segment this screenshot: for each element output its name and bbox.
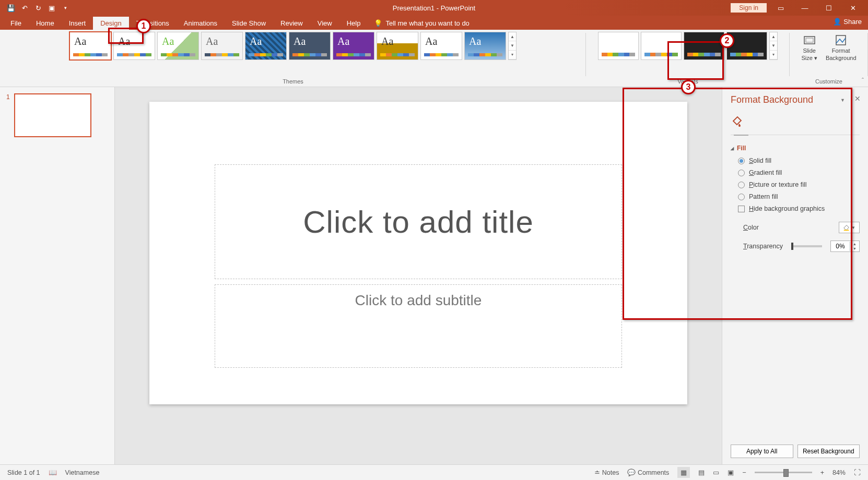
format-background-button[interactable]: Format Background	[822, 32, 861, 64]
radio-picture-fill[interactable]: Picture or texture fill	[738, 181, 860, 188]
fill-category-icon[interactable]	[731, 115, 860, 129]
theme-item[interactable]: Aa	[201, 32, 243, 60]
reset-background-button[interactable]: Reset Background	[797, 445, 860, 458]
format-background-icon	[834, 34, 848, 46]
normal-view-icon[interactable]: ▦	[677, 467, 690, 478]
slide-size-icon	[802, 34, 817, 46]
sign-in-button[interactable]: Sign in	[731, 3, 767, 13]
theme-item[interactable]: Aa	[464, 32, 506, 60]
collapse-ribbon-icon[interactable]: ˆ	[862, 77, 864, 85]
fill-section-header[interactable]: Fill	[731, 145, 860, 152]
minimize-icon[interactable]: —	[795, 4, 815, 12]
zoom-slider[interactable]	[755, 472, 812, 473]
undo-icon[interactable]: ↶	[21, 4, 28, 11]
theme-item[interactable]: Aa	[289, 32, 331, 60]
svg-rect-3	[844, 230, 849, 231]
slide-number: 1	[6, 93, 10, 137]
language-indicator[interactable]: Vietnamese	[65, 469, 100, 476]
slide-canvas-area[interactable]: Click to add title Click to add subtitle	[115, 87, 722, 464]
variant-item[interactable]	[598, 32, 639, 60]
pane-close-icon[interactable]: ✕	[854, 94, 861, 103]
zoom-in-icon[interactable]: +	[820, 469, 824, 476]
pane-options-icon[interactable]: ▼	[840, 98, 845, 103]
tab-review[interactable]: Review	[273, 17, 310, 30]
start-slideshow-icon[interactable]: ▣	[48, 4, 55, 11]
main-area: 1 Click to add title Click to add subtit…	[0, 87, 868, 464]
tab-home[interactable]: Home	[29, 17, 62, 30]
callout-3: 3	[681, 80, 696, 94]
themes-more-button[interactable]: ▲▼▾	[508, 32, 517, 60]
title-placeholder[interactable]: Click to add title	[215, 164, 622, 279]
share-button[interactable]: 👤 Share	[833, 18, 862, 26]
spin-up-icon[interactable]: ▲	[850, 242, 859, 246]
comments-button[interactable]: 💬 Comments	[627, 469, 669, 476]
tell-me-search[interactable]: 💡 Tell me what you want to do	[368, 17, 475, 30]
spin-down-icon[interactable]: ▼	[850, 246, 859, 251]
slide[interactable]: Click to add title Click to add subtitle	[149, 102, 687, 404]
variants-more-button[interactable]: ▲▼▾	[769, 32, 778, 60]
transparency-spinner[interactable]: ▲▼	[830, 241, 860, 252]
theme-item[interactable]: Aa	[245, 32, 287, 60]
transparency-slider[interactable]	[791, 245, 822, 247]
ribbon-tabs: File Home Insert Design Transitions Anim…	[0, 16, 868, 30]
qat-more-icon[interactable]: ▾	[62, 4, 69, 11]
slide-sorter-icon[interactable]: ▤	[698, 469, 705, 476]
checkbox-hide-graphics[interactable]: Hide background graphics	[738, 205, 860, 212]
ribbon: Aa Aa Aa Aa Aa Aa Aa Aa Aa Aa ▲▼▾ Themes…	[0, 30, 868, 87]
format-background-pane: Format Background ▼ ✕ Fill Solid fill Gr…	[722, 87, 868, 464]
group-themes: Aa Aa Aa Aa Aa Aa Aa Aa Aa Aa ▲▼▾ Themes	[0, 30, 586, 87]
theme-item[interactable]: Aa	[113, 32, 155, 60]
color-picker-button[interactable]: ▼	[839, 222, 860, 233]
reading-view-icon[interactable]: ▭	[713, 469, 719, 476]
tab-transitions[interactable]: Transitions	[129, 17, 177, 30]
save-icon[interactable]: 💾	[7, 4, 15, 11]
subtitle-placeholder[interactable]: Click to add subtitle	[215, 284, 622, 368]
spell-check-icon[interactable]: 📖	[49, 469, 57, 476]
transparency-input[interactable]	[831, 243, 850, 250]
theme-item[interactable]: Aa	[157, 32, 199, 60]
slide-thumbnail[interactable]	[14, 93, 91, 137]
radio-solid-fill[interactable]: Solid fill	[738, 157, 860, 164]
app-title: Presentation1 - PowerPoint	[393, 4, 475, 12]
radio-gradient-fill[interactable]: Gradient fill	[738, 169, 860, 176]
variant-item[interactable]	[684, 32, 724, 60]
zoom-out-icon[interactable]: −	[742, 469, 746, 476]
color-control: Color ▼	[743, 222, 860, 233]
theme-item[interactable]: Aa	[420, 32, 462, 60]
share-icon: 👤	[833, 18, 841, 26]
notes-button[interactable]: ≐ Notes	[594, 469, 619, 476]
close-icon[interactable]: ✕	[843, 4, 863, 12]
lightbulb-icon: 💡	[374, 19, 382, 27]
tab-view[interactable]: View	[310, 17, 339, 30]
group-label-themes: Themes	[283, 78, 303, 86]
theme-item[interactable]: Aa	[333, 32, 374, 60]
tab-design[interactable]: Design	[93, 17, 128, 30]
tab-slideshow[interactable]: Slide Show	[225, 17, 273, 30]
tab-file[interactable]: File	[3, 17, 29, 30]
slide-size-button[interactable]: Slide Size ▾	[797, 32, 821, 64]
tab-insert[interactable]: Insert	[62, 17, 93, 30]
theme-office[interactable]: Aa	[69, 32, 111, 60]
slide-thumbnail-panel: 1	[0, 87, 115, 464]
dropdown-arrow-icon: ▼	[851, 225, 855, 230]
fit-to-window-icon[interactable]: ⛶	[854, 469, 861, 476]
tab-animations[interactable]: Animations	[177, 17, 225, 30]
theme-item[interactable]: Aa	[377, 32, 418, 60]
quick-access-toolbar: 💾 ↶ ↻ ▣ ▾	[0, 4, 69, 11]
tell-me-label: Tell me what you want to do	[385, 19, 469, 27]
callout-2: 2	[720, 33, 734, 48]
zoom-level[interactable]: 84%	[832, 469, 846, 476]
slideshow-view-icon[interactable]: ▣	[728, 469, 734, 476]
group-customize: Slide Size ▾ Format Background Customize	[790, 30, 868, 87]
maximize-icon[interactable]: ☐	[819, 4, 839, 12]
ribbon-display-icon[interactable]: ▭	[771, 4, 791, 12]
redo-icon[interactable]: ↻	[34, 4, 42, 11]
apply-to-all-button[interactable]: Apply to All	[731, 445, 793, 458]
variant-item[interactable]	[641, 32, 682, 60]
svg-rect-1	[806, 38, 813, 42]
group-label-customize: Customize	[815, 78, 842, 86]
group-variants: ▲▼▾ Variants	[586, 30, 790, 87]
tab-help[interactable]: Help	[339, 17, 368, 30]
radio-pattern-fill[interactable]: Pattern fill	[738, 193, 860, 200]
slide-counter[interactable]: Slide 1 of 1	[7, 469, 40, 476]
